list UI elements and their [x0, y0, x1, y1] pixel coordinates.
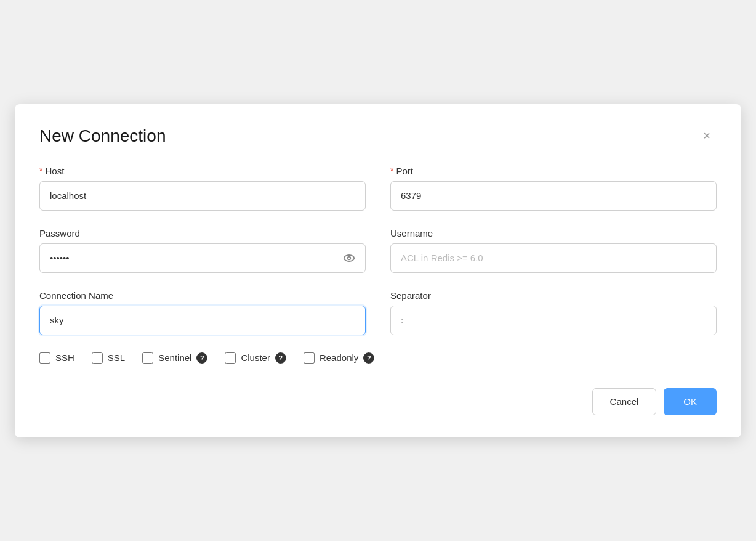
readonly-checkbox-item[interactable]: Readonly ? — [304, 352, 374, 364]
readonly-label: Readonly — [320, 352, 358, 363]
ssl-checkbox-item[interactable]: SSL — [92, 352, 125, 364]
port-label: * Port — [390, 166, 717, 176]
host-label: * Host — [39, 166, 366, 176]
port-required-star: * — [390, 166, 393, 176]
host-group: * Host — [39, 166, 366, 211]
separator-label: Separator — [390, 290, 717, 301]
sentinel-help-icon[interactable]: ? — [196, 352, 207, 364]
readonly-help-icon[interactable]: ? — [363, 352, 374, 364]
dialog-footer: Cancel OK — [39, 388, 717, 415]
ssh-checkbox-item[interactable]: SSH — [39, 352, 74, 364]
new-connection-dialog: New Connection × * Host * Port Password — [15, 104, 741, 437]
cluster-checkbox[interactable] — [225, 352, 236, 364]
username-input[interactable] — [390, 243, 717, 273]
separator-group: Separator — [390, 290, 717, 335]
connection-name-input[interactable] — [39, 306, 366, 335]
username-group: Username — [390, 228, 717, 273]
password-input[interactable] — [39, 243, 366, 273]
close-button[interactable]: × — [697, 126, 717, 146]
username-label: Username — [390, 228, 717, 238]
ok-button[interactable]: OK — [664, 388, 717, 415]
host-port-row: * Host * Port — [39, 166, 717, 211]
port-input[interactable] — [390, 181, 717, 211]
connection-name-separator-row: Connection Name Separator — [39, 290, 717, 335]
dialog-header: New Connection × — [39, 126, 717, 146]
checkboxes-row: SSH SSL Sentinel ? Cluster ? Readonly ? — [39, 352, 717, 364]
svg-point-1 — [348, 256, 351, 259]
sentinel-checkbox[interactable] — [142, 352, 153, 364]
ssh-label: SSH — [55, 352, 74, 363]
cluster-label: Cluster — [241, 352, 270, 363]
separator-input[interactable] — [390, 306, 717, 335]
dialog-title: New Connection — [39, 126, 166, 146]
ssh-checkbox[interactable] — [39, 352, 50, 364]
toggle-password-icon[interactable] — [342, 251, 356, 265]
readonly-checkbox[interactable] — [304, 352, 315, 364]
connection-name-label: Connection Name — [39, 290, 366, 301]
password-input-wrapper — [39, 243, 366, 273]
password-group: Password — [39, 228, 366, 273]
host-input[interactable] — [39, 181, 366, 211]
cluster-checkbox-item[interactable]: Cluster ? — [225, 352, 286, 364]
ssl-label: SSL — [108, 352, 125, 363]
connection-name-group: Connection Name — [39, 290, 366, 335]
port-group: * Port — [390, 166, 717, 211]
cluster-help-icon[interactable]: ? — [275, 352, 286, 364]
ssl-checkbox[interactable] — [92, 352, 103, 364]
sentinel-checkbox-item[interactable]: Sentinel ? — [142, 352, 207, 364]
sentinel-label: Sentinel — [158, 352, 191, 363]
cancel-button[interactable]: Cancel — [592, 388, 657, 415]
password-label: Password — [39, 228, 366, 238]
host-required-star: * — [39, 166, 42, 176]
svg-point-0 — [344, 254, 355, 261]
password-username-row: Password Username — [39, 228, 717, 273]
